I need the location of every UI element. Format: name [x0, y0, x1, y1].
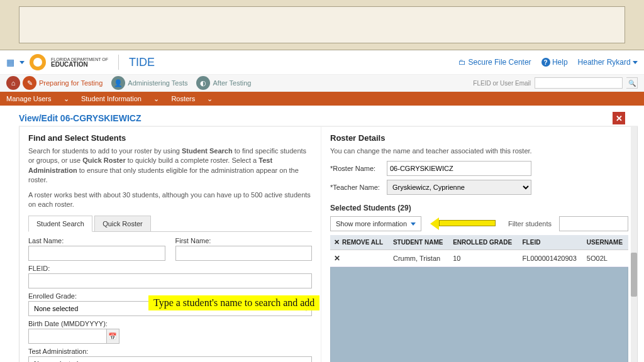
- person-icon: 👤: [111, 76, 125, 90]
- close-button[interactable]: ✕: [613, 112, 625, 124]
- fleid-label: FLEID:: [28, 265, 312, 272]
- divider: [118, 55, 119, 70]
- help-text-1: Search for students to add to your roste…: [28, 146, 312, 185]
- first-name-input[interactable]: [175, 246, 313, 261]
- workflow-nav: ⌂ ✎ Preparing for Testing 👤 Administerin…: [0, 74, 644, 92]
- chevron-down-icon: [411, 222, 416, 226]
- secure-file-center-link[interactable]: 🗀 Secure File Center: [458, 58, 531, 67]
- last-name-label: Last Name:: [28, 237, 165, 244]
- scrollbar[interactable]: [631, 127, 637, 362]
- help-icon: ?: [541, 58, 550, 67]
- annotation-callout: Type a student's name to search and add: [148, 295, 319, 310]
- folder-icon: 🗀: [458, 58, 466, 67]
- subnav-student-info[interactable]: Student Information ⌄: [81, 95, 159, 102]
- table-row: ✕ Crumm, Tristan 10 FL000001420903 5O02L: [330, 250, 628, 267]
- filter-students-input[interactable]: [559, 216, 628, 231]
- col-student-name[interactable]: STUDENT NAME: [389, 235, 449, 250]
- annotation-arrow-icon: [430, 217, 496, 231]
- nav-search-input[interactable]: [535, 77, 623, 89]
- table-empty-area: [330, 267, 628, 362]
- person-icon: ✎: [23, 76, 36, 90]
- cell-name: Crumm, Tristan: [389, 250, 449, 267]
- filter-students-label: Filter students: [508, 220, 552, 228]
- col-remove-all[interactable]: ✕REMOVE ALL: [330, 235, 389, 250]
- chevron-down-icon[interactable]: [19, 61, 25, 64]
- col-username[interactable]: USERNAME: [583, 235, 628, 250]
- search-tabs: Student Search Quick Roster: [28, 216, 312, 232]
- user-menu[interactable]: Heather Rykard: [578, 58, 638, 67]
- cell-user: 5O02L: [583, 250, 628, 267]
- teacher-name-select[interactable]: Gryskiewicz, Cyprienne: [387, 180, 531, 195]
- cell-fleid: FL000001420903: [519, 250, 583, 267]
- birth-label: Birth Date (MMDDYYYY):: [28, 320, 312, 327]
- calendar-icon[interactable]: 📅: [107, 329, 120, 344]
- clock-icon: ◐: [196, 76, 210, 90]
- tab-student-search[interactable]: Student Search: [28, 216, 92, 232]
- help-text-2: A roster works best with about 30 studen…: [28, 190, 312, 210]
- search-icon[interactable]: 🔍: [626, 77, 638, 89]
- logo-icon: [30, 54, 46, 70]
- app-launcher-icon[interactable]: ▦: [6, 57, 14, 67]
- selected-students-table: ✕REMOVE ALL STUDENT NAME ENROLLED GRADE …: [330, 235, 628, 267]
- sub-nav: Manage Users ⌄ Student Information ⌄ Ros…: [0, 92, 644, 106]
- col-enrolled-grade[interactable]: ENROLLED GRADE: [449, 235, 518, 250]
- top-bar: ▦ FLORIDA DEPARTMENT OF EDUCATION TIDE 🗀…: [0, 50, 644, 74]
- last-name-input[interactable]: [28, 246, 165, 261]
- chevron-down-icon: [633, 61, 638, 64]
- col-fleid[interactable]: FLEID: [519, 235, 583, 250]
- nav-after[interactable]: ◐ After Testing: [196, 76, 251, 90]
- test-admin-label: Test Administration:: [28, 348, 312, 355]
- find-students-heading: Find and Select Students: [28, 133, 312, 143]
- modal-title: View/Edit 06-CGRYSKIEWICZ: [19, 113, 638, 126]
- subnav-manage-users[interactable]: Manage Users ⌄: [6, 95, 69, 102]
- dept-label: FLORIDA DEPARTMENT OF EDUCATION: [51, 57, 108, 68]
- selected-students-heading: Selected Students (29): [330, 204, 628, 212]
- roster-name-label: *Roster Name:: [330, 165, 387, 172]
- tab-quick-roster[interactable]: Quick Roster: [94, 216, 151, 232]
- help-link[interactable]: ? Help: [541, 58, 568, 67]
- roster-name-input[interactable]: [387, 161, 531, 176]
- fleid-input[interactable]: [28, 273, 312, 288]
- home-icon[interactable]: ⌂: [6, 76, 20, 90]
- nav-preparing[interactable]: ✎ Preparing for Testing: [23, 76, 103, 90]
- show-more-info-dropdown[interactable]: Show more information: [330, 216, 421, 231]
- test-admin-select[interactable]: None selected: [28, 356, 312, 362]
- birth-date-input[interactable]: [28, 329, 107, 344]
- nav-search-label: FLEID or User Email: [473, 80, 531, 87]
- teacher-name-label: *Teacher Name:: [330, 184, 387, 191]
- first-name-label: First Name:: [175, 237, 313, 244]
- edit-roster-modal: View/Edit 06-CGRYSKIEWICZ ✕ Type a stude…: [19, 113, 638, 362]
- remove-row-icon[interactable]: ✕: [334, 254, 340, 263]
- nav-administering[interactable]: 👤 Administering Tests: [111, 76, 187, 90]
- subnav-rosters[interactable]: Rosters ⌄: [171, 95, 213, 102]
- roster-details-heading: Roster Details: [330, 133, 628, 143]
- app-name: TIDE: [129, 56, 155, 69]
- roster-details-sub: You can change the name and teacher asso…: [330, 146, 628, 156]
- cell-grade: 10: [449, 250, 518, 267]
